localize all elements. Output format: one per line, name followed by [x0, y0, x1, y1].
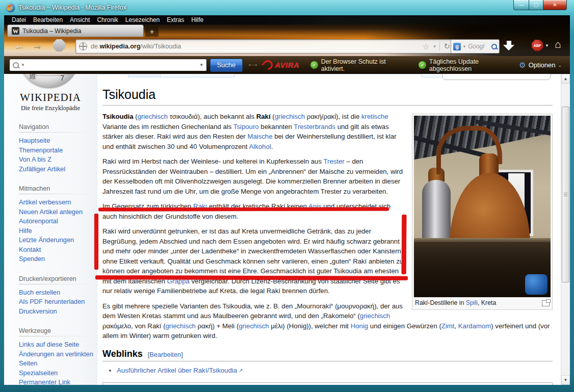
avira-toolbar: ▼ ▼ Suche ⇠⇢ AVIRA ✓ Der Browser Schutz … [4, 56, 570, 74]
scroll-up-icon[interactable]: ▲ [561, 74, 570, 84]
annotation-stroke-right [402, 215, 407, 274]
article-link[interactable]: Tresterbrands [294, 123, 335, 130]
menu-item[interactable]: Ansicht [66, 16, 93, 24]
menu-item[interactable]: Extras [163, 16, 188, 24]
site-identity-globe-icon[interactable] [79, 42, 87, 50]
url-text[interactable]: de.wikipedia.org/wiki/Tsikoudia [91, 43, 422, 50]
url-dropdown-icon[interactable]: ▼ [433, 44, 437, 49]
article-link[interactable]: griechisch [138, 113, 168, 120]
sidebar-link[interactable]: Als PDF herunterladen [19, 297, 97, 307]
sidebar-link[interactable]: Neuen Artikel anlegen [19, 207, 97, 217]
sidebar-link[interactable]: Druckversion [19, 307, 97, 317]
back-button[interactable]: ← [14, 40, 24, 51]
article-thumbnail[interactable]: Rakí-Destillerie in Spili, Kreta [412, 114, 553, 310]
page-tab-remnant[interactable] [160, 74, 234, 77]
article-link[interactable]: Alkohol [249, 143, 271, 150]
article-link[interactable]: Ausführlicher Artikel über Rakí/Tsikoudi… [117, 367, 237, 374]
sidebar-link[interactable]: Kontakt [19, 245, 97, 255]
stop-button[interactable] [53, 39, 65, 51]
history-dropdown-icon[interactable]: ▼ [199, 63, 203, 67]
sidebar-link[interactable]: Autorenportal [19, 217, 97, 226]
reload-icon[interactable]: ↻ [439, 42, 450, 51]
wiki-search-box-remnant[interactable] [442, 74, 551, 80]
sidebar-link[interactable]: Spezialseiten [19, 369, 97, 378]
menu-item[interactable]: Bearbeiten [30, 16, 66, 24]
suche-button[interactable]: Suche [210, 59, 242, 72]
minimize-button[interactable]: — [513, 0, 529, 10]
forward-button[interactable]: → [32, 40, 42, 51]
avira-options[interactable]: ⚙ Optionen ⌄ [519, 61, 562, 70]
scrollbar-track[interactable] [561, 84, 570, 375]
downloads-button[interactable] [503, 40, 516, 52]
text-run: und einigen Gewürzen ( [368, 322, 441, 330]
firefox-icon[interactable] [6, 4, 15, 12]
edit-link[interactable]: Bearbeiten [149, 351, 181, 358]
sidebar-link[interactable]: Änderungen an verlinkten Seiten [19, 350, 97, 369]
vertical-scrollbar[interactable]: ▲ ▼ [561, 74, 570, 385]
sidebar-link[interactable]: Themenportale [19, 146, 97, 155]
article-link[interactable]: griechisch [360, 312, 390, 320]
sidebar-link[interactable]: Von A bis Z [19, 155, 97, 165]
page-tab-remnant[interactable] [128, 74, 161, 77]
close-button[interactable]: ✕ [543, 0, 567, 10]
article-link[interactable]: griechisch [239, 322, 269, 330]
sidebar-link[interactable]: Buch erstellen [19, 288, 97, 298]
article-link[interactable]: Trester [323, 158, 344, 165]
sidebar-link[interactable]: Hauptseite [19, 136, 97, 146]
search-go-icon[interactable] [491, 44, 497, 49]
weblink-item[interactable]: Ausführlicher Artikel über Rakí/Tsikoudi… [117, 365, 553, 375]
download-arrow-head [503, 45, 514, 56]
google-engine-icon[interactable]: g [453, 43, 461, 50]
avira-search-field[interactable]: ▼ ▼ [9, 59, 207, 71]
check-icon: ✓ [419, 61, 426, 69]
sidebar-link[interactable]: Artikel verbessern [19, 198, 97, 207]
text-run: , [454, 322, 458, 330]
article-link[interactable]: Maische [247, 133, 272, 140]
menu-item[interactable]: Datei [8, 16, 30, 24]
adblock-plus-icon[interactable]: ABP [532, 40, 543, 51]
update-status: ✓ Tägliches Update abgeschlossen [419, 58, 519, 72]
home-button[interactable]: ⌂ [555, 38, 561, 50]
menu-item[interactable]: Hilfe [188, 16, 207, 24]
search-input[interactable]: Googl [468, 43, 490, 50]
text-run: Tsikoudia [102, 113, 134, 120]
article-content: Tsikoudia [97, 74, 561, 385]
sidebar-link[interactable]: Hilfe [19, 226, 97, 236]
article-link[interactable]: Zimt [441, 322, 455, 330]
gear-icon: ⚙ [519, 61, 526, 70]
raki-distillery-photo[interactable] [414, 116, 551, 297]
article-link[interactable]: Tsipouro [233, 123, 259, 130]
article-link[interactable]: Honig [351, 322, 368, 330]
maximize-button[interactable]: ▢ [529, 0, 543, 10]
scroll-down-icon[interactable]: ▼ [561, 375, 570, 385]
url-bar[interactable]: de.wikipedia.org/wiki/Tsikoudia ☆ ▼ ↻ [75, 39, 454, 54]
adblock-dropdown-icon[interactable]: ▼ [545, 43, 549, 48]
wikipedia-globe-logo[interactable]: 維 7 [18, 74, 80, 88]
menu-item[interactable]: Lesezeichen [122, 16, 163, 24]
window-title: Tsikoudia – Wikipedia - Mozilla Firefox [18, 4, 126, 11]
text-run: ( [134, 113, 138, 120]
sidebar-sections: NavigationHauptseiteThemenportaleVon A b… [4, 123, 97, 385]
sidebar-section-heading: Mitmachen [19, 185, 97, 192]
sidebar-link[interactable]: Permanenter Link [19, 378, 97, 385]
article-link[interactable]: griechisch [275, 113, 305, 120]
toolbar-splitter-icon[interactable]: ⇠⇢ [249, 62, 257, 68]
wikipedia-wordmark[interactable]: WIKIPEDIA [4, 91, 97, 104]
article-link[interactable]: griechisch [166, 322, 196, 330]
article-link[interactable]: kretische [361, 113, 388, 120]
sidebar-link[interactable]: Spenden [19, 254, 97, 264]
scrollbar-thumb[interactable] [562, 107, 569, 282]
article-link[interactable]: Spili [466, 299, 478, 306]
article-link[interactable]: Kardamom [458, 322, 491, 330]
sidebar-link[interactable]: Links auf diese Seite [19, 340, 97, 350]
sidebar-link[interactable]: Zufälliger Artikel [19, 165, 97, 174]
search-bar[interactable]: g ▼ Googl [451, 39, 500, 54]
engine-dropdown-icon[interactable]: ▼ [462, 44, 466, 49]
sidebar-link[interactable]: Letzte Änderungen [19, 236, 97, 245]
tab-tsikoudia[interactable]: W Tsikoudia – Wikipedia [7, 24, 144, 37]
bookmark-star-icon[interactable]: ☆ [422, 42, 429, 51]
enlarge-icon[interactable] [542, 300, 550, 306]
menu-item[interactable]: Chronik [93, 16, 121, 24]
new-tab-button[interactable]: + [145, 27, 159, 37]
search-options-caret-icon[interactable]: ▼ [21, 63, 25, 67]
